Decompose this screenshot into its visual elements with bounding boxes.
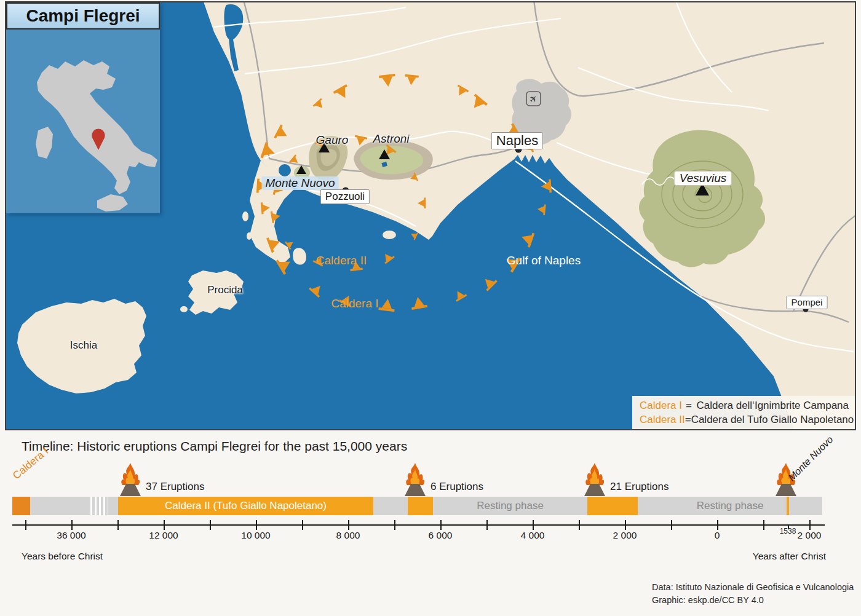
axis-tick xyxy=(579,520,580,530)
legend-term: Caldera I xyxy=(640,398,686,413)
legend-definition: Caldera del Tufo Giallo Napoletano xyxy=(691,413,854,427)
eruption-count-label: 6 Eruptions xyxy=(430,481,483,493)
axis-tick xyxy=(486,520,488,530)
axis-tick xyxy=(440,520,442,530)
timeline-segment-gray: Resting phase xyxy=(638,497,822,515)
map-title: Campi Flegrei xyxy=(6,2,160,30)
axis-tick xyxy=(71,520,73,530)
axis-tick xyxy=(164,520,165,530)
axis-tick xyxy=(210,520,211,530)
axis-tick xyxy=(117,520,119,530)
timeline-title: Timeline: Historic eruptions Campi Flegr… xyxy=(22,439,407,454)
legend-definition: Caldera dell‘Ignimbrite Campana xyxy=(696,398,849,413)
sicily-silhouette xyxy=(97,194,128,211)
axis-tick xyxy=(533,520,534,530)
label-naples: Naples xyxy=(491,132,543,149)
label-gauro: Gauro xyxy=(316,133,349,147)
axis-tick-label: 12 000 xyxy=(149,530,178,541)
airport-icon: ✈ xyxy=(526,92,541,106)
islet xyxy=(242,211,248,221)
legend-row: Caldera I = Caldera dell‘Ignimbrite Camp… xyxy=(640,398,849,413)
credits: Data: Istituto Nazionale di Geofisica e … xyxy=(652,581,854,607)
timeline-segment-gray xyxy=(373,497,408,515)
timeline-segment-orange: Caldera II (Tufo Giallo Napoletano) xyxy=(118,497,373,515)
italy-silhouette xyxy=(37,60,157,194)
axis-tick xyxy=(717,520,718,530)
eruption-marker xyxy=(581,460,609,499)
time-axis xyxy=(12,524,825,526)
volcano-eruption-icon xyxy=(401,460,429,496)
segment-label: Resting phase xyxy=(477,500,544,512)
axis-tick-label: 10 000 xyxy=(241,530,270,541)
segment-label: Caldera II (Tufo Giallo Napoletano) xyxy=(165,500,327,512)
eruption-marker xyxy=(116,460,145,499)
axis-tick-label-1538: 1538 xyxy=(780,527,796,535)
label-gulf-of-naples: Gulf of Naples xyxy=(507,254,581,267)
axis-tick xyxy=(394,520,395,530)
axis-tick-label: 8 000 xyxy=(336,530,360,541)
credit-data: Data: Istituto Nazionale di Geofisica e … xyxy=(652,581,854,594)
axis-tick xyxy=(625,520,626,530)
label-procida: Procida xyxy=(207,284,243,296)
timeline-segment-orange xyxy=(587,497,638,515)
legend-row: Caldera II = Caldera del Tufo Giallo Nap… xyxy=(640,413,849,427)
label-monte-nuovo: Monte Nuovo xyxy=(261,176,338,190)
timeline-segment-orange-dark xyxy=(12,497,30,515)
axis-tick xyxy=(763,520,764,530)
axis-tick xyxy=(302,520,303,530)
volcano-eruption-icon xyxy=(116,460,145,496)
label-ischia: Ischia xyxy=(70,339,97,352)
axis-tick xyxy=(809,520,811,530)
label-pozzuoli: Pozzuoli xyxy=(320,189,370,204)
axis-tick-label: 36 000 xyxy=(57,530,85,541)
axis-tick-label: 2 000 xyxy=(613,530,637,541)
infographic-campi-flegrei: ✈ Gauro Astroni Monte Nuovo Pozzuoli Nap… xyxy=(0,0,861,616)
label-astroni: Astroni xyxy=(373,132,409,146)
map: ✈ Gauro Astroni Monte Nuovo Pozzuoli Nap… xyxy=(5,1,856,430)
eruption-count-label: 21 Eruptions xyxy=(610,481,669,493)
timeline-segment-gray xyxy=(108,497,118,515)
volcano-eruption-icon xyxy=(581,460,609,496)
timeline-segment-break xyxy=(88,497,108,515)
italy-inset: Campi Flegrei xyxy=(6,2,160,213)
label-pompei: Pompei xyxy=(787,296,828,309)
monte-nuovo-label: Monte Nuovo xyxy=(786,434,835,483)
caldera-legend: Caldera I = Caldera dell‘Ignimbrite Camp… xyxy=(632,396,855,429)
islet xyxy=(247,232,252,240)
axis-tick-label: 2 000 xyxy=(798,530,822,541)
eruption-marker xyxy=(401,460,429,499)
axis-tick xyxy=(671,520,672,530)
axis-tick-label: 4 000 xyxy=(521,530,545,541)
label-caldera-2: Caldera II xyxy=(316,254,367,267)
vivara-islet xyxy=(180,306,188,312)
eruption-count-label: 37 Eruptions xyxy=(146,481,204,493)
label-caldera-1: Caldera I xyxy=(331,297,378,310)
axis-caption-right: Years after Christ xyxy=(753,551,826,562)
axis-tick xyxy=(348,520,349,530)
timeline-bar: Caldera II (Tufo Giallo Napoletano)Resti… xyxy=(0,497,861,515)
segment-label: Resting phase xyxy=(697,500,764,512)
lago-averno xyxy=(279,164,291,176)
axis-tick xyxy=(25,520,26,530)
label-vesuvius: Vesuvius xyxy=(674,171,732,186)
axis-tick-label: 6 000 xyxy=(429,530,453,541)
axis-caption-left: Years before Christ xyxy=(22,551,103,562)
legend-term: Caldera II xyxy=(640,413,685,427)
timeline-segment-orange-line xyxy=(787,497,789,515)
timeline-segment-orange xyxy=(408,497,433,515)
eruption-timeline: Timeline: Historic eruptions Campi Flegr… xyxy=(0,432,861,616)
timeline-segment-gray xyxy=(30,497,88,515)
axis-tick-label: 0 xyxy=(715,530,720,541)
credit-graphic: Graphic: eskp.de/CC BY 4.0 xyxy=(652,594,854,607)
timeline-segment-gray: Resting phase xyxy=(433,497,587,515)
nisida-islet xyxy=(383,231,396,239)
axis-tick xyxy=(256,520,257,530)
italy-map xyxy=(6,30,160,213)
sardinia-silhouette xyxy=(36,127,53,159)
